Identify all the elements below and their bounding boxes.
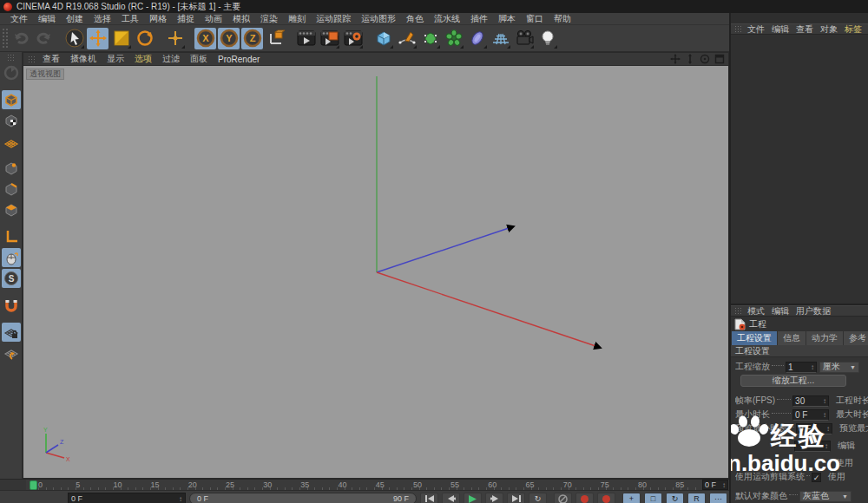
viewport-canvas[interactable]: 透视视图 [23,66,728,478]
preview-min-time-field[interactable]: 0 F ↕ [796,423,832,434]
add-cube-button[interactable] [372,28,394,49]
add-floor-environment-button[interactable] [490,28,511,49]
lock-y-axis-button[interactable]: Y [218,28,240,49]
menu-motion-tracker[interactable]: 运动跟踪 [311,13,356,25]
om-menu-edit[interactable]: 编辑 [768,23,792,35]
record-position-toggle[interactable]: + [622,493,641,503]
vp-menu-view[interactable]: 查看 [37,53,65,65]
goto-end-button[interactable] [507,493,525,503]
menu-create[interactable]: 创建 [61,13,89,25]
viewport-zoom-icon[interactable] [684,54,695,65]
record-rotation-toggle[interactable]: ↻ [666,493,684,503]
render-view-button[interactable] [295,28,317,49]
vp-menu-prorender[interactable]: ProRender [213,55,265,64]
edges-mode-button[interactable] [2,180,21,199]
previous-key-button[interactable] [442,493,460,503]
menu-window[interactable]: 窗口 [521,13,549,25]
motion-clip-checkbox[interactable]: ✓ [812,473,821,482]
record-point-level-toggle[interactable]: ··· [709,493,727,503]
om-menu-file[interactable]: 文件 [744,23,768,35]
lock-z-axis-button[interactable]: Z [241,28,263,49]
add-light-button[interactable] [536,28,558,49]
record-scale-toggle[interactable]: □ [644,493,662,503]
menu-render[interactable]: 渲染 [255,13,283,25]
spinner-icon[interactable]: ↕ [720,481,726,489]
object-manager-list[interactable] [731,35,868,305]
add-mograph-button[interactable] [443,28,464,49]
tab-project-settings[interactable]: 工程设置 [732,331,777,345]
autokey-button[interactable] [597,493,615,503]
menu-animate[interactable]: 动画 [200,13,227,25]
add-spline-pen-button[interactable] [396,28,418,49]
am-menu-userdata[interactable]: 用户数据 [792,305,834,317]
fps-field[interactable]: 30 ↕ [792,395,829,407]
spinner-icon[interactable]: ↕ [820,410,826,420]
current-frame-field[interactable]: 0 F↕ [68,493,186,503]
lock-x-axis-button[interactable]: X [194,28,216,49]
om-menu-tags[interactable]: 标签 [841,23,865,35]
edit-render-settings-button[interactable] [342,28,364,49]
snap-magnet-button[interactable] [2,296,21,315]
viewport-menu-grip[interactable] [28,56,36,63]
goto-start-button[interactable] [420,493,438,503]
model-mode-button[interactable] [2,90,21,109]
timeline-frame-field[interactable]: 0 F↕ [702,480,728,490]
default-object-color-dropdown[interactable]: 灰蓝色 ▼ [799,491,852,502]
texture-mode-button[interactable] [2,111,21,130]
tab-dynamics[interactable]: 动力学 [806,331,843,345]
spinner-icon[interactable]: ↕ [824,424,830,434]
menu-help[interactable]: 帮助 [549,13,576,25]
tab-referencing[interactable]: 参考 [844,331,868,345]
menu-sculpt[interactable]: 雕刻 [283,13,311,25]
vp-menu-filter[interactable]: 过滤 [157,53,185,65]
attribute-manager-grip[interactable] [734,307,742,315]
min-time-field[interactable]: 0 F ↕ [792,409,829,421]
section-title[interactable]: 工程设置 [731,345,868,357]
add-subdivision-generator-button[interactable] [419,28,441,49]
play-sound-button[interactable] [554,493,572,503]
scale-tool-button[interactable] [110,28,132,49]
last-tool-button[interactable] [164,28,186,49]
toolbar-grip[interactable] [2,28,8,49]
scale-project-button[interactable]: 缩放工程... [740,375,846,387]
spinner-icon[interactable]: ↕ [822,441,828,451]
mode-toolbar-grip[interactable] [7,54,15,62]
am-menu-mode[interactable]: 模式 [744,305,768,317]
vp-menu-options[interactable]: 选项 [129,53,157,65]
power-slider[interactable]: 0 F 90 F [189,493,417,503]
menu-character[interactable]: 角色 [401,13,429,25]
menu-pipeline[interactable]: 流水线 [429,13,465,25]
workplane-mode-button[interactable] [2,132,21,151]
om-menu-objects[interactable]: 对象 [817,23,841,35]
make-editable-button[interactable] [2,63,21,82]
vp-menu-cameras[interactable]: 摄像机 [65,53,102,65]
redo-button[interactable] [33,28,55,49]
menu-select[interactable]: 选择 [89,13,116,25]
timeline-ruler[interactable]: 0 5 10 15 20 25 30 35 40 45 50 55 60 65 … [26,480,729,490]
add-deformer-button[interactable] [466,28,488,49]
rotate-tool-button[interactable] [134,28,155,49]
polygons-mode-button[interactable] [2,200,21,219]
coordinate-system-button[interactable] [265,28,286,49]
workplane-options-button[interactable] [2,343,21,363]
am-menu-edit[interactable]: 编辑 [768,305,792,317]
add-camera-button[interactable] [513,28,535,49]
object-manager-grip[interactable] [734,25,742,33]
play-loop-button[interactable]: ↻ [529,493,547,503]
render-to-picture-viewer-button[interactable] [319,28,340,49]
om-menu-view[interactable]: 查看 [792,23,817,35]
live-selection-button[interactable] [63,28,85,49]
next-key-button[interactable] [485,493,503,503]
menu-file[interactable]: 文件 [5,13,33,25]
enable-axis-button[interactable] [2,227,21,246]
menu-mograph[interactable]: 运动图形 [356,13,401,25]
lock-workplane-button[interactable] [2,323,21,342]
move-tool-button[interactable] [87,28,108,49]
menu-edit[interactable]: 编辑 [33,13,61,25]
record-key-button[interactable] [575,493,594,503]
play-forward-button[interactable] [464,493,482,503]
viewport-solo-button[interactable] [2,248,21,267]
points-mode-button[interactable] [2,159,21,178]
viewport-pan-icon[interactable] [669,54,681,65]
enable-quantizing-button[interactable]: S [2,269,21,288]
